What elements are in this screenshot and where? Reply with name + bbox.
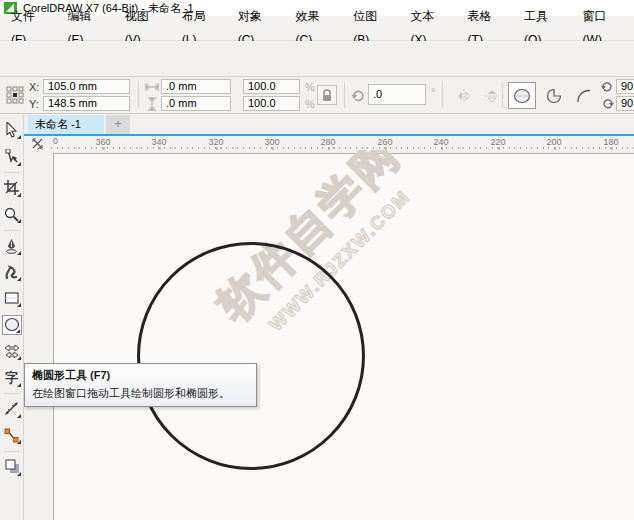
lock-icon: [321, 89, 333, 102]
text-tool-icon: 字: [5, 371, 18, 384]
rotation-angle-field[interactable]: .0: [368, 84, 426, 105]
toolbox-divider: [4, 172, 20, 173]
dimension-tool-icon: [4, 401, 19, 416]
artistic-media-tool-icon: [4, 265, 19, 280]
ellipse-mode-button[interactable]: [508, 82, 536, 109]
toolbox: 字: [0, 115, 24, 520]
toolbox-divider: [4, 451, 20, 452]
pie-mode-button[interactable]: [540, 82, 568, 109]
propbar-separator: [442, 82, 443, 108]
polygon-tool-icon: [4, 344, 20, 358]
tooltip: 椭圆形工具 (F7) 在绘图窗口拖动工具绘制圆形和椭圆形。: [24, 363, 257, 407]
object-height-field[interactable]: .0 mm: [161, 96, 231, 111]
degree-sign: °: [431, 86, 435, 98]
x-position-label: X:: [29, 81, 39, 93]
rectangle-tool[interactable]: [2, 288, 22, 308]
object-width-field[interactable]: .0 mm: [161, 79, 231, 94]
drawn-circle-object[interactable]: [137, 242, 365, 470]
menu-bar: 文件(F)编辑(E)视图(V)布局(L)对象(C)效果(C)位图(B)文本(X)…: [0, 16, 634, 41]
hruler-tick-label: 320: [208, 137, 223, 147]
connector-tool[interactable]: [2, 425, 22, 445]
crop-tool-icon: [4, 180, 19, 195]
ellipse-tool[interactable]: [2, 315, 22, 335]
ellipse-icon: [513, 88, 531, 104]
arc-start-angle-field[interactable]: 90.0: [616, 79, 634, 94]
hruler-tick-label: 260: [377, 137, 392, 147]
freehand-tool[interactable]: [2, 236, 22, 256]
hruler-tick-label: 360: [95, 137, 110, 147]
hruler-tick-label: 200: [546, 137, 561, 147]
scale-y-percent-sign: %: [305, 98, 315, 110]
artistic-media-tool[interactable]: [2, 262, 22, 282]
pie-icon: [545, 88, 563, 104]
arc-start-icon: [601, 80, 614, 92]
tooltip-description: 在绘图窗口拖动工具绘制圆形和椭圆形。: [32, 386, 249, 401]
rectangle-tool-icon: [4, 291, 20, 305]
mirror-horizontal-button[interactable]: [450, 82, 478, 109]
hruler-tick-label: 180: [603, 137, 618, 147]
zoom-tool-icon: [4, 207, 19, 222]
object-width-icon: [145, 82, 159, 92]
scale-x-percent-sign: %: [305, 81, 315, 93]
crop-tool[interactable]: [2, 178, 22, 198]
object-height-icon: [147, 97, 157, 111]
pick-tool-icon: [4, 122, 19, 138]
x-position-field[interactable]: 105.0 mm: [43, 79, 130, 94]
connector-tool-icon: [4, 428, 19, 443]
property-bar: X: 105.0 mm Y: 148.5 mm .0 mm .0 mm 100.…: [0, 77, 634, 114]
shape-tool-icon: [4, 149, 19, 165]
drop-shadow-tool[interactable]: [2, 457, 22, 477]
scale-x-field[interactable]: 100.0: [243, 79, 300, 94]
propbar-separator: [138, 82, 139, 108]
rotation-icon: [351, 88, 365, 102]
zoom-tool[interactable]: [2, 204, 22, 224]
drop-shadow-tool-icon: [4, 459, 20, 474]
y-position-field[interactable]: 148.5 mm: [43, 96, 130, 111]
standard-toolbar: ✂ PDF 75%: [0, 41, 634, 77]
arc-icon: [575, 88, 593, 104]
pick-tool[interactable]: [2, 120, 22, 140]
tooltip-title: 椭圆形工具 (F7): [32, 368, 249, 383]
toolbox-divider: [4, 230, 20, 231]
propbar-separator: [344, 82, 345, 108]
lock-ratio-button[interactable]: [317, 85, 337, 105]
hruler-tick-label: 240: [433, 137, 448, 147]
dimension-tool[interactable]: [2, 399, 22, 419]
hruler-tick-label: 220: [490, 137, 505, 147]
arc-end-angle-field[interactable]: 90.0: [616, 96, 634, 111]
horizontal-ruler[interactable]: 0 360340320300280260240220200180: [51, 136, 634, 150]
ruler-origin-label: 0: [53, 136, 58, 146]
document-tab-bar: 未命名 -1 +: [24, 115, 634, 136]
text-tool[interactable]: 字: [2, 368, 22, 388]
freehand-tool-icon: [4, 238, 19, 254]
object-position-icon: [6, 86, 24, 104]
y-position-label: Y:: [29, 98, 39, 110]
hruler-tick-label: 340: [151, 137, 166, 147]
app-window: CorelDRAW X7 (64-Bit) - 未命名 -1 文件(F)编辑(E…: [0, 0, 634, 520]
arc-mode-button[interactable]: [570, 82, 598, 109]
hruler-tick-label: 300: [264, 137, 279, 147]
hruler-tick-label: 280: [320, 137, 335, 147]
polygon-tool[interactable]: [2, 341, 22, 361]
ellipse-tool-icon: [4, 317, 20, 332]
toolbox-divider: [4, 393, 20, 394]
document-tab-active[interactable]: 未命名 -1: [28, 115, 104, 134]
shape-tool[interactable]: [2, 147, 22, 167]
canvas-area[interactable]: 软件自学网 WWW.RJZXW.COM 椭圆形工具 (F7) 在绘图窗口拖动工具…: [24, 150, 634, 520]
new-document-tab-button[interactable]: +: [106, 115, 130, 134]
arc-end-icon: [601, 97, 614, 109]
scale-y-field[interactable]: 100.0: [243, 96, 300, 111]
propbar-separator: [502, 82, 503, 108]
